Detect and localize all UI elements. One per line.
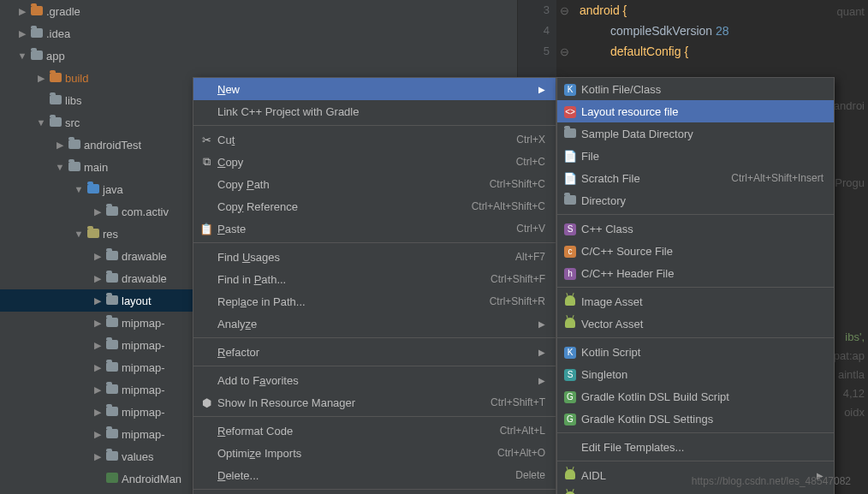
tree-label: mipmap-: [122, 339, 165, 352]
menu-new[interactable]: New▶: [193, 78, 556, 100]
menu-label: Sample Data Directory: [581, 128, 693, 140]
menu-label: Copy Reference: [217, 200, 298, 213]
submenu-vector-asset[interactable]: Vector Asset: [557, 312, 834, 335]
android-icon: [562, 469, 578, 482]
submenu-edit-file-templates[interactable]: Edit File Templates...: [557, 436, 834, 458]
menu-label: Refactor: [217, 346, 259, 359]
tree-label: libs: [65, 94, 82, 107]
menu-copy-reference[interactable]: Copy ReferenceCtrl+Alt+Shift+C: [193, 195, 556, 217]
tree-label: app: [46, 50, 65, 62]
shortcut: Ctrl+Alt+Shift+Insert: [731, 172, 823, 184]
shortcut: Ctrl+Alt+L: [500, 425, 545, 437]
singleton-icon: S: [562, 367, 578, 381]
menu-label: Vector Asset: [581, 318, 643, 330]
code-text: defaultConfig {: [610, 45, 688, 58]
submenu-kotlin-script[interactable]: KKotlin Script: [557, 341, 834, 363]
menu-separator: [557, 287, 834, 288]
code-ghost: pat:ap: [834, 349, 865, 362]
menu-analyze[interactable]: Analyze▶: [193, 312, 556, 335]
menu-copy-path[interactable]: Copy PathCtrl+Shift+C: [193, 173, 556, 195]
menu-replace-in-path[interactable]: Replace in Path...Ctrl+Shift+R: [193, 290, 556, 312]
submenu-kotlin-file[interactable]: KKotlin File/Class: [557, 78, 834, 100]
submenu-image-asset[interactable]: Image Asset: [557, 290, 834, 312]
menu-link-cpp[interactable]: Link C++ Project with Gradle: [193, 100, 556, 122]
tree-label: mipmap-: [122, 384, 165, 396]
tree-label: drawable: [122, 272, 167, 285]
gradle-icon: G: [562, 412, 578, 426]
menu-reformat-code[interactable]: Reformat CodeCtrl+Alt+L: [193, 420, 556, 442]
submenu-cpp-class[interactable]: SC++ Class: [557, 217, 834, 240]
submenu-sample-data[interactable]: Sample Data Directory: [557, 122, 834, 145]
resource-icon: ⬢: [199, 396, 214, 409]
menu-label: Link C++ Project with Gradle: [217, 105, 359, 118]
submenu-cpp-header[interactable]: hC/C++ Header File: [557, 262, 834, 284]
menu-label: Activity: [581, 491, 616, 495]
menu-label: Directory: [581, 194, 626, 207]
menu-separator: [193, 337, 556, 338]
shortcut: Ctrl+Shift+C: [490, 178, 545, 190]
submenu-layout-resource[interactable]: <>Layout resource file: [557, 100, 834, 122]
tree-label: AndroidMan: [122, 473, 181, 485]
tree-label: res: [103, 228, 118, 241]
menu-cut[interactable]: ✂CutCtrl+X: [193, 128, 556, 151]
code-ghost: aintla: [838, 368, 865, 381]
submenu-singleton[interactable]: SSingleton: [557, 363, 834, 385]
submenu-arrow-icon: ▶: [538, 376, 545, 385]
tree-item-app[interactable]: ▼app: [0, 45, 517, 67]
fold-icon[interactable]: ⊖: [556, 0, 572, 21]
tree-label: layout: [122, 295, 152, 307]
fold-icon[interactable]: ⊖: [556, 41, 572, 62]
menu-separator: [193, 366, 556, 366]
shortcut: Ctrl+Shift+F: [490, 273, 545, 285]
tree-item-gradle[interactable]: ▶.gradle: [0, 0, 517, 22]
menu-separator: [193, 125, 556, 126]
submenu-scratch-file[interactable]: 📄Scratch FileCtrl+Alt+Shift+Insert: [557, 167, 834, 189]
menu-find-usages[interactable]: Find UsagesAlt+F7: [193, 246, 556, 268]
submenu-file[interactable]: 📄File: [557, 145, 834, 167]
menu-separator: [557, 461, 834, 461]
shortcut: Ctrl+Alt+O: [497, 447, 545, 459]
new-submenu[interactable]: KKotlin File/Class <>Layout resource fil…: [556, 77, 835, 494]
menu-label: Paste: [217, 223, 246, 235]
menu-label: New: [217, 83, 240, 96]
submenu-gradle-build[interactable]: GGradle Kotlin DSL Build Script: [557, 385, 834, 408]
menu-copy[interactable]: ⧉CopyCtrl+C: [193, 151, 556, 173]
menu-label: File: [581, 150, 599, 163]
menu-separator: [557, 432, 834, 433]
tree-label: mipmap-: [122, 406, 165, 419]
context-menu[interactable]: New▶ Link C++ Project with Gradle ✂CutCt…: [193, 77, 556, 494]
cpp-header-icon: h: [562, 266, 578, 280]
menu-label: Copy: [217, 156, 243, 169]
code-ghost: oidx: [844, 406, 865, 419]
layout-xml-icon: <>: [562, 104, 578, 118]
submenu-cpp-source[interactable]: cC/C++ Source File: [557, 240, 834, 262]
menu-refactor[interactable]: Refactor▶: [193, 341, 556, 363]
code-content[interactable]: android { compileSdkVersion 28 defaultCo…: [580, 0, 868, 62]
menu-find-in-path[interactable]: Find in Path...Ctrl+Shift+F: [193, 268, 556, 290]
menu-label: Reformat Code: [217, 425, 293, 437]
line-number: 3: [518, 0, 550, 21]
menu-label: Cut: [217, 134, 235, 146]
menu-delete[interactable]: Delete...Delete: [193, 464, 556, 486]
paste-icon: 📋: [199, 223, 214, 235]
menu-label: Replace in Path...: [217, 295, 306, 308]
menu-label: Show In Resource Manager: [217, 396, 355, 409]
menu-optimize-imports[interactable]: Optimize ImportsCtrl+Alt+O: [193, 442, 556, 464]
tree-label: .gradle: [46, 5, 80, 18]
submenu-gradle-settings[interactable]: GGradle Kotlin DSL Settings: [557, 408, 834, 430]
menu-separator: [557, 214, 834, 215]
menu-label: Image Asset: [581, 295, 643, 308]
menu-label: AIDL: [581, 469, 606, 482]
menu-add-to-favorites[interactable]: Add to Favorites▶: [193, 369, 556, 391]
tree-label: main: [84, 161, 108, 174]
tree-label: mipmap-: [122, 361, 165, 374]
menu-label: Find Usages: [217, 251, 280, 264]
submenu-arrow-icon: ▶: [538, 319, 545, 329]
menu-show-resource-manager[interactable]: ⬢Show In Resource ManagerCtrl+Shift+T: [193, 391, 556, 414]
tree-label: mipmap-: [122, 428, 165, 441]
tree-item-idea[interactable]: ▶.idea: [0, 22, 517, 45]
tree-label: build: [65, 72, 88, 85]
submenu-directory[interactable]: Directory: [557, 189, 834, 211]
menu-paste[interactable]: 📋PasteCtrl+V: [193, 217, 556, 240]
submenu-activity[interactable]: Activity▶: [557, 486, 834, 494]
